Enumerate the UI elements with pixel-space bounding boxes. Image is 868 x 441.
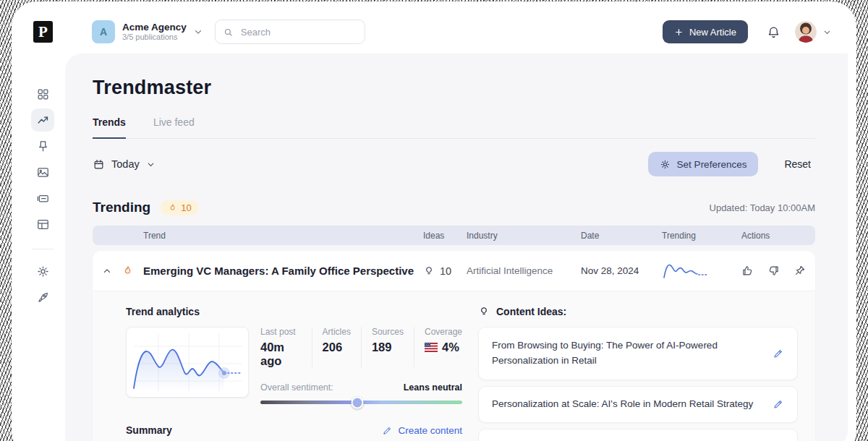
stat-coverage: Coverage 4% [425,327,462,368]
edit-pencil-icon[interactable] [773,348,784,359]
thumbs-down-icon[interactable] [767,265,780,277]
main-panel: Trendmaster Trends Live feed Today Set P… [65,53,848,441]
trending-count-badge: 10 [161,200,198,215]
column-date: Date [581,231,662,241]
reset-button[interactable]: Reset [780,158,815,171]
sidebar-item-media[interactable] [31,160,54,184]
image-icon [36,166,50,179]
app-window: P A Acme Agency 3/5 publications New Art… [20,10,848,441]
column-ideas: Ideas [423,231,467,241]
content-ideas-column: Content Ideas: From Browsing to Buying: … [474,306,798,441]
search-icon [223,27,234,38]
sentiment-thumb[interactable] [351,396,363,408]
search-box[interactable] [215,20,365,44]
dashboard-grid-icon [36,87,50,101]
content-idea-card[interactable]: Personalization at Scale: AI's Role in M… [478,386,798,423]
table-header: Trend Ideas Industry Date Trending Actio… [93,226,815,245]
top-bar: P A Acme Agency 3/5 publications New Art… [20,10,848,53]
gear-icon [660,159,671,170]
content-idea-card[interactable]: From Browsing to Buying: The Power of AI… [478,327,798,380]
rocket-icon [36,291,50,304]
tab-live-feed[interactable]: Live feed [153,116,195,138]
sidebar-item-settings[interactable] [31,260,54,283]
notifications-bell-icon[interactable] [767,25,780,39]
trend-date: Nov 28, 2024 [581,265,662,276]
lightbulb-icon [478,306,490,317]
lightbulb-icon [423,265,435,277]
workspace-name: Acme Agency [122,22,187,33]
user-avatar[interactable] [795,21,817,43]
set-preferences-button[interactable]: Set Preferences [648,152,759,176]
trend-sparkline [662,262,741,281]
pushpin-icon[interactable] [793,265,806,277]
pencil-icon [382,425,393,436]
analytics-column: Trend analytics [126,306,462,441]
user-menu-chevron-icon[interactable] [822,27,832,37]
new-article-button[interactable]: New Article [663,20,748,43]
sidebar-item-launch[interactable] [31,286,54,309]
sidebar-item-trends[interactable] [31,108,54,132]
content-ideas-heading: Content Ideas: [496,306,566,317]
column-trending: Trending [662,231,741,241]
trend-row-header[interactable]: Emerging VC Managers: A Family Office Pe… [93,251,815,291]
us-flag-icon [425,343,438,352]
tab-bar: Trends Live feed [93,116,815,139]
sidebar-divider [32,249,54,249]
trend-analytics-chart [126,327,249,398]
content-idea-title: Personalization at Scale: AI's Role in M… [492,397,753,412]
trend-industry: Artificial Intelligence [467,265,581,276]
stat-articles: Articles 206 [323,327,362,368]
calendar-icon [93,158,105,171]
collapse-chevron-icon[interactable] [93,266,122,276]
trending-arrow-icon [36,114,50,127]
sidebar-item-layout[interactable] [31,213,54,236]
sentiment-slider[interactable] [260,401,462,404]
sidebar-item-dashboard[interactable] [31,82,54,106]
flame-icon [122,265,143,277]
trend-title: Emerging VC Managers: A Family Office Pe… [143,265,423,277]
workspace-meta: 3/5 publications [122,33,187,42]
content-idea-card[interactable]: Personalization at Scale: AI's Role in M… [478,429,798,441]
trend-expanded-detail: Trend analytics [93,291,815,441]
analytics-heading: Trend analytics [126,306,462,317]
trend-stats: Last post 40m ago Articles 206 Sources [260,327,462,368]
ideas-count: 10 [440,265,451,277]
gear-icon [36,265,50,278]
column-industry: Industry [467,231,581,241]
sidebar-item-cards[interactable] [31,187,54,210]
date-filter-value: Today [111,158,140,170]
tab-trends[interactable]: Trends [93,116,126,139]
thumbs-up-icon[interactable] [741,265,754,277]
edit-pencil-icon[interactable] [773,398,784,410]
card-icon [36,192,50,205]
sentiment-value: Leans neutral [404,382,462,393]
pin-icon [36,140,50,153]
stat-last-post: Last post 40m ago [260,327,312,368]
stat-sources: Sources 189 [372,327,414,368]
set-preferences-label: Set Preferences [677,159,747,170]
new-article-label: New Article [689,27,736,38]
layout-icon [36,218,50,231]
column-actions: Actions [741,231,815,241]
search-input[interactable] [239,26,344,38]
create-content-link[interactable]: Create content [382,425,462,436]
sidebar [20,53,65,441]
flame-icon [168,203,177,213]
workspace-switcher[interactable]: A Acme Agency 3/5 publications [92,20,203,43]
plus-icon [674,27,684,37]
trending-count: 10 [181,202,191,213]
page-title: Trendmaster [93,77,815,99]
sidebar-item-pinned[interactable] [31,134,54,158]
trending-heading: Trending [93,200,150,215]
date-filter-dropdown[interactable]: Today [93,158,156,171]
content-idea-title: From Browsing to Buying: The Power of AI… [492,338,762,369]
trend-row-card: Emerging VC Managers: A Family Office Pe… [93,251,815,441]
chevron-down-icon [146,160,156,169]
column-trend: Trend [143,231,423,241]
updated-timestamp: Updated: Today 10:00AM [710,202,815,213]
publication-logo: P [33,21,53,43]
summary-heading: Summary [126,424,172,436]
workspace-avatar: A [92,20,115,43]
chevron-down-icon [193,27,203,37]
sentiment-label: Overall sentiment: [260,382,333,393]
